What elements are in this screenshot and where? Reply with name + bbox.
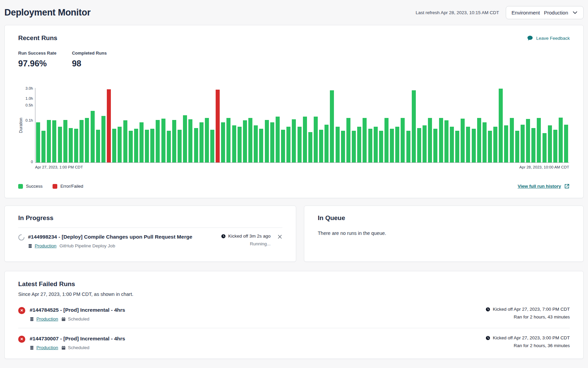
chart-bar-success[interactable] (444, 120, 448, 162)
chart-bar-success[interactable] (363, 118, 367, 162)
chart-bar-success[interactable] (461, 119, 465, 162)
chart-bar-success[interactable] (374, 127, 378, 162)
chart-bar-success[interactable] (140, 122, 144, 162)
chart-bar-success[interactable] (298, 127, 302, 162)
chart-bar-success[interactable] (134, 129, 138, 162)
chart-bar-success[interactable] (553, 130, 557, 163)
chart-bar-success[interactable] (439, 118, 443, 162)
chart-bar-success[interactable] (221, 122, 225, 162)
chart-bar-success[interactable] (314, 117, 318, 162)
chart-bar-success[interactable] (341, 131, 345, 162)
chart-bar-success[interactable] (74, 129, 78, 162)
chart-bar-success[interactable] (515, 131, 519, 162)
chart-bar-success[interactable] (526, 119, 530, 162)
environment-link[interactable]: Production (30, 316, 58, 321)
chart-bar-success[interactable] (112, 129, 116, 162)
chart-bar-success[interactable] (101, 116, 105, 162)
chart-bar-success[interactable] (499, 89, 503, 162)
chart-bar-success[interactable] (521, 125, 525, 163)
chart-bar-success[interactable] (324, 125, 329, 163)
chart-bar-success[interactable] (85, 118, 89, 162)
chart-bar-success[interactable] (276, 117, 280, 162)
chart-bar-success[interactable] (319, 130, 323, 163)
chart-bar-success[interactable] (254, 125, 258, 162)
chart-bar-success[interactable] (226, 118, 230, 162)
chart-bar-success[interactable] (145, 130, 149, 163)
environment-dropdown[interactable]: Environment Production (506, 6, 584, 19)
chart-bar-success[interactable] (406, 131, 410, 162)
chart-bar-success[interactable] (123, 120, 127, 162)
chart-bar-success[interactable] (69, 128, 73, 163)
chart-bar-success[interactable] (96, 130, 100, 163)
chart-bar-success[interactable] (330, 90, 334, 162)
chart-bar-success[interactable] (423, 125, 427, 162)
chart-bar-success[interactable] (183, 115, 187, 162)
chart-bar-success[interactable] (357, 127, 361, 162)
chart-bar-success[interactable] (428, 118, 432, 162)
chart-bar-success[interactable] (188, 119, 192, 162)
chart-bar-success[interactable] (483, 122, 487, 162)
chart-bar-success[interactable] (308, 132, 312, 162)
chart-bar-success[interactable] (259, 129, 263, 162)
chart-bar-success[interactable] (286, 127, 290, 162)
chart-bar-success[interactable] (379, 131, 383, 162)
chart-bar-success[interactable] (472, 129, 476, 162)
chart-bar-success[interactable] (270, 122, 274, 162)
chart-bar-success[interactable] (243, 120, 247, 162)
chart-bar-success[interactable] (47, 120, 51, 162)
environment-link[interactable]: Production (28, 243, 57, 248)
chart-bar-failed[interactable] (216, 90, 220, 162)
chart-bar-success[interactable] (537, 118, 541, 162)
chart-bar-success[interactable] (265, 120, 269, 162)
chart-bar-success[interactable] (559, 118, 563, 162)
chart-bar-success[interactable] (368, 129, 372, 162)
chart-bar-success[interactable] (167, 131, 171, 162)
chart-bar-success[interactable] (118, 127, 122, 162)
chart-bar-success[interactable] (455, 131, 459, 162)
chart-bar-success[interactable] (346, 118, 350, 162)
chart-bar-success[interactable] (150, 129, 154, 162)
chart-bar-success[interactable] (129, 131, 133, 162)
chart-bar-success[interactable] (336, 127, 340, 162)
chart-bar-failed[interactable] (107, 89, 111, 163)
chart-bar-success[interactable] (352, 131, 356, 162)
chart-bar-success[interactable] (303, 117, 307, 162)
chart-bar-success[interactable] (543, 133, 547, 163)
chart-bar-success[interactable] (548, 125, 552, 162)
chart-bar-success[interactable] (564, 125, 568, 163)
chart-bar-success[interactable] (384, 118, 389, 162)
chart-bar-success[interactable] (433, 129, 437, 162)
chart-bar-success[interactable] (52, 120, 56, 162)
environment-link[interactable]: Production (30, 345, 58, 350)
chart-bar-success[interactable] (477, 118, 481, 162)
chart-bar-success[interactable] (488, 131, 492, 162)
chart-bar-success[interactable] (390, 129, 394, 162)
close-icon[interactable] (277, 234, 282, 240)
chart-bar-success[interactable] (395, 127, 399, 162)
chart-bar-success[interactable] (466, 127, 470, 162)
chart-bar-success[interactable] (292, 119, 296, 162)
chart-bar-success[interactable] (493, 127, 497, 162)
chart-bar-success[interactable] (199, 122, 204, 162)
view-full-run-history-link[interactable]: View full run history (518, 183, 570, 189)
chart-bar-success[interactable] (531, 128, 535, 163)
chart-bar-success[interactable] (41, 131, 45, 162)
chart-bar-success[interactable] (248, 118, 252, 162)
chart-bar-success[interactable] (281, 130, 285, 163)
chart-bar-success[interactable] (412, 90, 416, 162)
chart-bar-success[interactable] (156, 120, 160, 162)
chart-bar-success[interactable] (510, 118, 514, 162)
chart-bar-success[interactable] (401, 118, 405, 162)
chart-bar-success[interactable] (238, 127, 242, 162)
chart-bar-success[interactable] (58, 127, 62, 162)
leave-feedback-link[interactable]: Leave Feedback (527, 35, 570, 41)
chart-bar-success[interactable] (91, 111, 95, 162)
chart-bar-success[interactable] (504, 125, 508, 162)
chart-bar-success[interactable] (178, 130, 182, 163)
chart-bar-success[interactable] (205, 118, 209, 162)
chart-bar-success[interactable] (210, 130, 214, 163)
chart-bar-success[interactable] (417, 128, 421, 163)
chart-bar-success[interactable] (194, 128, 198, 163)
chart-bar-success[interactable] (80, 120, 84, 162)
chart-bar-success[interactable] (63, 120, 67, 162)
